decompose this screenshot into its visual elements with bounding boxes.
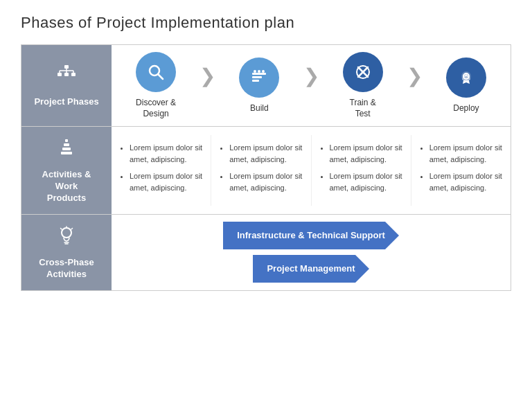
phase-discover: Discover &Design xyxy=(136,52,176,119)
activity-item: Lorem ipsum dolor sit amet, adipiscing. xyxy=(330,170,402,193)
layers-icon xyxy=(55,136,78,163)
svg-line-9 xyxy=(159,75,163,80)
activity-col-2: Lorem ipsum dolor sit amet, adipiscing. … xyxy=(211,135,311,206)
activity-item: Lorem ipsum dolor sit amet, adipiscing. xyxy=(429,170,502,193)
page-title: Phases of Project Implementation plan xyxy=(21,14,511,32)
infrastructure-banner-body: Infrastructure & Technical Support xyxy=(223,222,385,249)
hierarchy-icon xyxy=(55,64,78,91)
phase-train: Train &Test xyxy=(343,52,383,119)
deploy-label: Deploy xyxy=(453,103,479,114)
train-label: Train &Test xyxy=(350,98,376,119)
activity-col-4: Lorem ipsum dolor sit amet, adipiscing. … xyxy=(411,135,511,206)
banner-management: Project Management xyxy=(253,255,369,283)
svg-rect-24 xyxy=(65,139,68,142)
svg-rect-12 xyxy=(252,80,259,82)
management-banner-tip xyxy=(355,255,369,283)
svg-point-13 xyxy=(254,70,256,73)
management-banner-body: Project Management xyxy=(253,255,355,283)
svg-line-30 xyxy=(71,228,73,229)
activity-col-1: Lorem ipsum dolor sit amet, adipiscing. … xyxy=(112,135,211,206)
activities-columns: Lorem ipsum dolor sit amet, adipiscing. … xyxy=(112,135,511,206)
svg-rect-23 xyxy=(64,143,69,146)
phase-deploy: Deploy xyxy=(446,57,486,114)
build-icon-circle xyxy=(239,57,279,98)
phases-content-cell: Discover &Design ❯ Build ❯ xyxy=(112,45,511,126)
svg-rect-11 xyxy=(252,76,262,78)
activity-item: Lorem ipsum dolor sit amet, adipiscing. xyxy=(130,170,202,193)
svg-rect-0 xyxy=(64,65,69,69)
svg-point-25 xyxy=(62,228,71,238)
phase-build: Build xyxy=(239,57,279,114)
activity-item: Lorem ipsum dolor sit amet, adipiscing. xyxy=(229,142,302,165)
arrow-2: ❯ xyxy=(303,64,319,87)
crossphase-row: Cross-PhaseActivities Infrastructure & T… xyxy=(21,215,511,290)
activity-col-3: Lorem ipsum dolor sit amet, adipiscing. … xyxy=(312,135,411,206)
activity-item: Lorem ipsum dolor sit amet, adipiscing. xyxy=(429,142,502,165)
deploy-icon-circle xyxy=(446,57,486,98)
svg-rect-2 xyxy=(64,73,69,76)
train-icon-circle xyxy=(343,52,383,92)
management-label: Project Management xyxy=(267,263,355,274)
svg-point-14 xyxy=(258,70,260,73)
svg-rect-1 xyxy=(57,73,62,76)
activity-item: Lorem ipsum dolor sit amet, adipiscing. xyxy=(330,142,402,165)
phases-row: Project Phases Discover &Design ❯ xyxy=(21,45,511,127)
activities-row: Activities &WorkProducts Lorem ipsum dol… xyxy=(21,127,511,215)
svg-point-15 xyxy=(262,70,265,73)
svg-rect-3 xyxy=(71,73,76,76)
discover-label: Discover &Design xyxy=(136,98,176,119)
arrow-1: ❯ xyxy=(200,64,215,87)
build-label: Build xyxy=(250,103,269,114)
phases-label-text: Project Phases xyxy=(34,96,98,108)
activity-item: Lorem ipsum dolor sit amet, adipiscing. xyxy=(229,170,302,193)
bulb-icon xyxy=(55,224,78,251)
phases-label-cell: Project Phases xyxy=(21,45,112,126)
svg-rect-10 xyxy=(252,73,266,75)
crossphase-content-cell: Infrastructure & Technical Support Proje… xyxy=(112,215,511,290)
activities-content-cell: Lorem ipsum dolor sit amet, adipiscing. … xyxy=(112,127,511,214)
discover-icon-circle xyxy=(136,52,176,92)
activity-item: Lorem ipsum dolor sit amet, adipiscing. xyxy=(130,142,202,165)
arrow-3: ❯ xyxy=(407,64,423,87)
infrastructure-label: Infrastructure & Technical Support xyxy=(237,230,385,240)
crossphase-label-text: Cross-PhaseActivities xyxy=(39,257,94,281)
activities-label-cell: Activities &WorkProducts xyxy=(21,127,112,214)
banner-infrastructure: Infrastructure & Technical Support xyxy=(223,222,399,249)
svg-line-29 xyxy=(61,228,62,229)
activities-label-text: Activities &WorkProducts xyxy=(42,169,91,204)
main-table: Project Phases Discover &Design ❯ xyxy=(21,44,511,291)
svg-rect-22 xyxy=(62,148,71,150)
svg-rect-21 xyxy=(61,152,72,154)
infrastructure-banner-tip xyxy=(385,222,399,249)
crossphase-label-cell: Cross-PhaseActivities xyxy=(21,215,112,290)
